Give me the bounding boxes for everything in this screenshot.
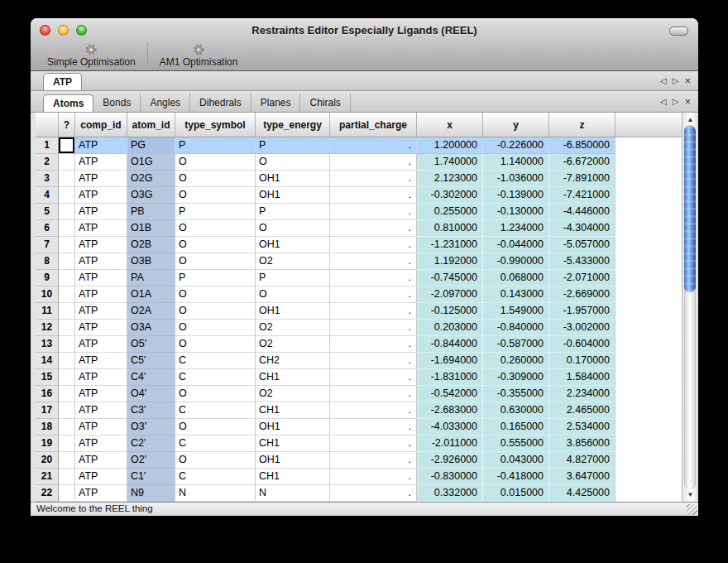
cell-sym[interactable]: O — [175, 303, 256, 320]
cell-num[interactable]: 17 — [36, 402, 59, 419]
cell-charge[interactable]: . — [330, 303, 417, 320]
cell-x[interactable]: 0.810000 — [417, 220, 483, 237]
table-row[interactable]: 18ATPO3'OOH1.-4.0330000.1650002.534000 — [36, 419, 682, 435]
cell-atom[interactable]: C3' — [127, 402, 175, 419]
cell-q[interactable] — [59, 419, 75, 435]
table-row[interactable]: 7ATPO2BOOH1.-1.231000-0.044000-5.057000 — [36, 237, 682, 253]
table-row[interactable]: 16ATPO4'OO2.-0.542000-0.3550002.234000 — [36, 386, 682, 402]
cell-atom[interactable]: O2G — [127, 171, 175, 187]
cell-z[interactable]: -2.071000 — [549, 270, 615, 286]
cell-sym[interactable]: O — [175, 253, 256, 270]
tab-scroll-right-icon[interactable]: ▷ — [673, 97, 679, 106]
cell-sym[interactable]: P — [175, 270, 256, 286]
table-row[interactable]: 12ATPO3AOO2.0.203000-0.840000-3.002000 — [36, 320, 682, 336]
cell-z[interactable]: -6.850000 — [549, 137, 615, 154]
header-question[interactable]: ? — [59, 113, 75, 137]
cell-num[interactable]: 8 — [36, 253, 59, 270]
cell-atom[interactable]: O3A — [127, 320, 175, 336]
cell-energy[interactable]: OH1 — [256, 419, 330, 435]
header-z[interactable]: z — [549, 113, 615, 137]
cell-y[interactable]: 1.234000 — [483, 220, 549, 237]
cell-comp[interactable]: ATP — [75, 452, 127, 469]
cell-sym[interactable]: O — [175, 220, 256, 237]
cell-charge[interactable]: . — [330, 336, 417, 353]
cell-energy[interactable]: CH1 — [256, 435, 330, 452]
cell-energy[interactable]: OH1 — [256, 171, 330, 187]
cell-comp[interactable]: ATP — [75, 353, 127, 369]
cell-comp[interactable]: ATP — [75, 336, 127, 353]
tab-scroll-left-icon[interactable]: ◁ — [660, 76, 667, 85]
table-row[interactable]: 3ATPO2GOOH1.2.123000-1.036000-7.891000 — [36, 171, 682, 187]
cell-sym[interactable]: O — [175, 336, 256, 353]
cell-q[interactable] — [59, 171, 75, 187]
cell-num[interactable]: 14 — [36, 353, 59, 369]
cell-x[interactable]: -2.011000 — [417, 435, 483, 452]
cell-num[interactable]: 16 — [36, 386, 59, 402]
cell-atom[interactable]: O2' — [127, 452, 175, 469]
cell-energy[interactable]: N — [256, 485, 330, 502]
tab-atp[interactable]: ATP — [43, 73, 82, 90]
cell-atom[interactable]: O1G — [127, 154, 175, 171]
cell-sym[interactable]: O — [175, 320, 256, 336]
cell-x[interactable]: -2.926000 — [417, 452, 483, 469]
cell-comp[interactable]: ATP — [75, 419, 127, 435]
cell-energy[interactable]: O — [256, 220, 330, 237]
cell-num[interactable]: 6 — [36, 220, 59, 237]
cell-y[interactable]: 0.143000 — [483, 286, 549, 303]
cell-z[interactable]: -1.957000 — [549, 303, 615, 320]
cell-q[interactable] — [59, 485, 75, 502]
cell-sym[interactable]: C — [175, 469, 256, 485]
cell-y[interactable]: 0.630000 — [483, 402, 549, 419]
cell-q[interactable] — [59, 353, 75, 369]
cell-q[interactable] — [59, 286, 75, 303]
cell-x[interactable]: -1.831000 — [417, 369, 483, 386]
table-row[interactable]: 15ATPC4'CCH1.-1.831000-0.3090001.584000 — [36, 369, 682, 386]
cell-energy[interactable]: CH1 — [256, 402, 330, 419]
cell-sym[interactable]: O — [175, 386, 256, 402]
cell-comp[interactable]: ATP — [75, 286, 127, 303]
cell-comp[interactable]: ATP — [75, 154, 127, 171]
cell-y[interactable]: -1.036000 — [483, 171, 549, 187]
vertical-scrollbar[interactable]: ▲ ▼ — [682, 113, 698, 502]
cell-sym[interactable]: O — [175, 237, 256, 253]
cell-num[interactable]: 1 — [36, 137, 59, 154]
header-y[interactable]: y — [483, 113, 549, 137]
cell-x[interactable]: -0.302000 — [417, 187, 483, 204]
cell-atom[interactable]: O3G — [127, 187, 175, 204]
table-row[interactable]: 8ATPO3BOO2.1.192000-0.990000-5.433000 — [36, 253, 682, 270]
cell-z[interactable]: -6.672000 — [549, 154, 615, 171]
cell-charge[interactable]: . — [330, 435, 417, 452]
cell-z[interactable]: -4.446000 — [549, 204, 615, 220]
cell-sym[interactable]: O — [175, 452, 256, 469]
cell-atom[interactable]: PG — [127, 137, 175, 154]
cell-x[interactable]: -0.844000 — [417, 336, 483, 353]
cell-num[interactable]: 10 — [36, 286, 59, 303]
cell-sym[interactable]: C — [175, 402, 256, 419]
table-row[interactable]: 6ATPO1BOO.0.8100001.234000-4.304000 — [36, 220, 682, 237]
tab-scroll-left-icon[interactable]: ◁ — [660, 97, 667, 106]
table-row[interactable]: 13ATPO5'OO2.-0.844000-0.587000-0.604000 — [36, 336, 682, 353]
cell-y[interactable]: -0.587000 — [483, 336, 549, 353]
cell-num[interactable]: 2 — [36, 154, 59, 171]
table-row[interactable]: 2ATPO1GOO.1.7400001.140000-6.672000 — [36, 154, 682, 171]
cell-q[interactable] — [59, 204, 75, 220]
header-x[interactable]: x — [417, 113, 483, 137]
cell-q[interactable] — [59, 369, 75, 386]
cell-q[interactable] — [59, 137, 75, 154]
tab-atoms[interactable]: Atoms — [43, 94, 93, 112]
cell-comp[interactable]: ATP — [75, 204, 127, 220]
cell-comp[interactable]: ATP — [75, 253, 127, 270]
table-row[interactable]: 1ATPPGPP.1.200000-0.226000-6.850000 — [36, 137, 682, 154]
cell-num[interactable]: 13 — [36, 336, 59, 353]
cell-num[interactable]: 11 — [36, 303, 59, 320]
cell-energy[interactable]: CH2 — [256, 353, 330, 369]
cell-charge[interactable]: . — [330, 286, 417, 303]
table-row[interactable]: 11ATPO2AOOH1.-0.1250001.549000-1.957000 — [36, 303, 682, 320]
cell-y[interactable]: 0.165000 — [483, 419, 549, 435]
table-row[interactable]: 9ATPPAPP.-0.7450000.068000-2.071000 — [36, 270, 682, 286]
cell-charge[interactable]: . — [330, 485, 417, 502]
tab-bonds[interactable]: Bonds — [93, 94, 141, 112]
cell-x[interactable]: -2.097000 — [417, 286, 483, 303]
cell-num[interactable]: 4 — [36, 187, 59, 204]
cell-q[interactable] — [59, 270, 75, 286]
